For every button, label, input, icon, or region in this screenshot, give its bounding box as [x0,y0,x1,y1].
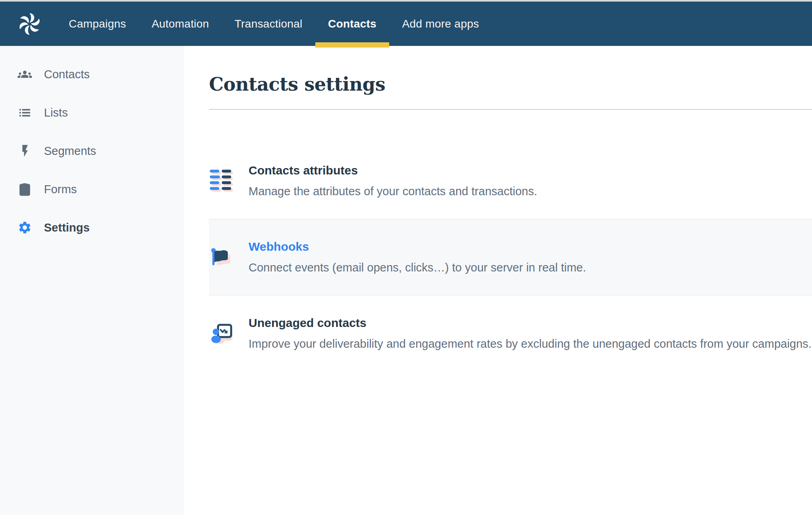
sidebar-item-forms[interactable]: Forms [0,178,184,200]
settings-row-unengaged-contacts[interactable]: Unengaged contacts Improve your delivera… [209,295,812,371]
page-title: Contacts settings [209,74,812,95]
clipboard-check-icon [18,182,32,196]
people-icon [18,67,32,81]
sidebar-label: Contacts [44,68,90,81]
contacts-sidebar: Contacts Lists Segments [0,46,184,515]
webhooks-link[interactable]: Webhooks [249,239,586,254]
sidebar-item-settings[interactable]: Settings [0,216,184,239]
top-navbar: Campaigns Automation Transactional Conta… [0,2,812,46]
nav-tab-contacts[interactable]: Contacts [328,18,376,30]
row-title[interactable]: Unengaged contacts [249,315,812,331]
sidebar-label: Lists [44,106,68,119]
topnav-items: Campaigns Automation Transactional Conta… [69,18,479,30]
settings-row-contacts-attributes[interactable]: Contacts attributes Manage the attribute… [209,143,812,219]
row-description: Improve your deliverability and engageme… [249,336,812,351]
sidebar-label: Settings [44,221,90,234]
row-title[interactable]: Contacts attributes [249,163,537,178]
sidebar-item-contacts[interactable]: Contacts [0,63,184,85]
person-chart-icon [210,320,233,347]
sendinblue-logo-icon[interactable] [17,12,42,36]
settings-row-webhooks[interactable]: Webhooks Connect events (email opens, cl… [209,219,812,295]
lightning-icon [18,144,32,158]
row-description: Connect events (email opens, clicks…) to… [249,260,586,275]
sidebar-label: Forms [44,183,77,196]
nav-tab-campaigns[interactable]: Campaigns [69,18,126,30]
settings-rows: Contacts attributes Manage the attribute… [209,143,812,371]
nav-tab-automation[interactable]: Automation [151,18,209,30]
sidebar-item-segments[interactable]: Segments [0,140,184,162]
sidebar-label: Segments [44,145,96,158]
row-description: Manage the attributes of your contacts a… [249,184,537,199]
flag-icon [210,244,233,270]
gear-icon [18,220,32,235]
title-divider [209,109,812,110]
list-icon [18,105,32,120]
nav-tab-add-more-apps[interactable]: Add more apps [402,18,479,30]
sidebar-item-lists[interactable]: Lists [0,101,184,124]
attributes-icon [210,168,233,194]
main-content: Contacts settings [184,46,812,515]
nav-tab-transactional[interactable]: Transactional [235,18,303,30]
